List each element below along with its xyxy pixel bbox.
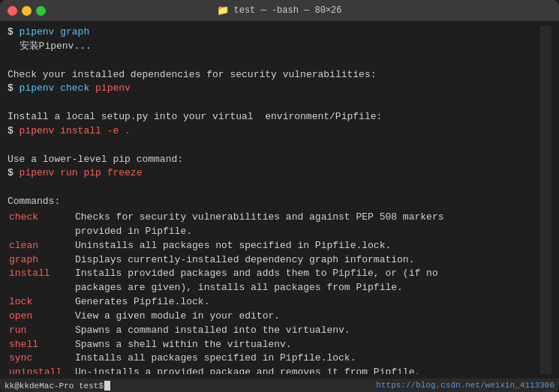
maximize-button[interactable] xyxy=(36,6,46,16)
line-8: $ pipenv run pip freeze xyxy=(8,166,540,181)
title-text: test — -bash — 80×26 xyxy=(233,5,341,16)
line-2: 安装Pipenv... xyxy=(8,40,540,54)
terminal-window: 📁 test — -bash — 80×26 $ pipenv graph 安装… xyxy=(0,0,559,392)
cmd-check: check Checks for security vulnerabilitie… xyxy=(8,211,540,225)
cmd-open: open View a given module in your editor. xyxy=(8,310,540,324)
line-7: Use a lower-level pip command: xyxy=(8,153,540,167)
main-panel: $ pipenv graph 安装Pipenv... Check your in… xyxy=(8,25,540,374)
commands-section: check Checks for security vulnerabilitie… xyxy=(8,211,540,374)
close-button[interactable] xyxy=(8,6,17,16)
cmd-check-cont: provided in Pipfile. xyxy=(8,225,540,239)
statusbar: kk@kkdeMac-Pro test$ https://blog.csdn.n… xyxy=(0,379,559,392)
line-6: $ pipenv install -e . xyxy=(8,124,540,139)
line-blank-4 xyxy=(8,181,540,195)
line-4: $ pipenv check pipenv xyxy=(8,82,540,96)
line-blank-3 xyxy=(8,139,540,153)
line-blank-2 xyxy=(8,96,540,110)
dollar-1: $ xyxy=(8,26,20,37)
prompt-status: kk@kkdeMac-Pro test$ xyxy=(5,381,110,391)
cursor xyxy=(104,381,110,391)
cmd-uninstall: uninstall Un-installs a provided package… xyxy=(8,366,540,374)
titlebar: 📁 test — -bash — 80×26 xyxy=(0,0,559,21)
cmd-sync: sync Installs all packages specified in … xyxy=(8,352,540,366)
cmd-graph: pipenv graph xyxy=(20,26,90,37)
cmd-install: install Installs provided packages and a… xyxy=(8,267,540,281)
line-blank-1 xyxy=(8,54,540,68)
line-1: $ pipenv graph xyxy=(8,25,540,40)
cmd-clean: clean Uninstalls all packages not specif… xyxy=(8,239,540,253)
line-3: Check your installed dependencies for se… xyxy=(8,68,540,82)
folder-icon: 📁 xyxy=(217,4,229,16)
line-commands-header: Commands: xyxy=(8,195,540,209)
cmd-lock: lock Generates Pipfile.lock. xyxy=(8,295,540,310)
terminal-content[interactable]: $ pipenv graph 安装Pipenv... Check your in… xyxy=(0,21,559,379)
cmd-install-cont: packages are given), installs all packag… xyxy=(8,281,540,295)
cmd-graph: graph Displays currently-installed depen… xyxy=(8,253,540,268)
minimize-button[interactable] xyxy=(22,6,32,16)
line-5: Install a local setup.py into your virtu… xyxy=(8,110,540,124)
cmd-run: run Spawns a command installed into the … xyxy=(8,324,540,338)
window-controls xyxy=(8,6,46,16)
url-status: https://blog.csdn.net/weixin_4113306 xyxy=(376,381,554,390)
cmd-shell: shell Spawns a shell within the virtuale… xyxy=(8,338,540,352)
scrollbar-area xyxy=(540,25,551,374)
window-title: 📁 test — -bash — 80×26 xyxy=(217,4,341,16)
